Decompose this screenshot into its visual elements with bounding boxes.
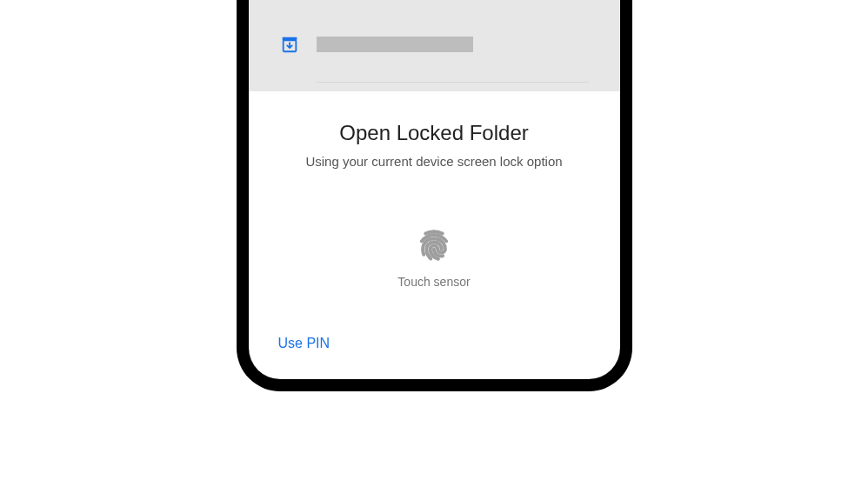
redacted-text [317, 37, 473, 52]
phone-screen: Open Locked Folder Using your current de… [249, 0, 620, 379]
background-content [249, 0, 620, 91]
fingerprint-icon [417, 228, 451, 263]
divider [317, 82, 589, 83]
bottom-actions: Use PIN [275, 330, 334, 357]
list-item [280, 35, 589, 54]
auth-sheet: Open Locked Folder Using your current de… [249, 91, 620, 289]
use-pin-button[interactable]: Use PIN [275, 330, 334, 357]
archive-download-icon [280, 35, 299, 54]
sheet-subtitle: Using your current device screen lock op… [249, 154, 620, 169]
phone-frame: Open Locked Folder Using your current de… [237, 0, 632, 391]
sheet-title: Open Locked Folder [249, 121, 620, 145]
fingerprint-sensor[interactable]: Touch sensor [249, 228, 620, 289]
touch-sensor-label: Touch sensor [397, 275, 470, 289]
